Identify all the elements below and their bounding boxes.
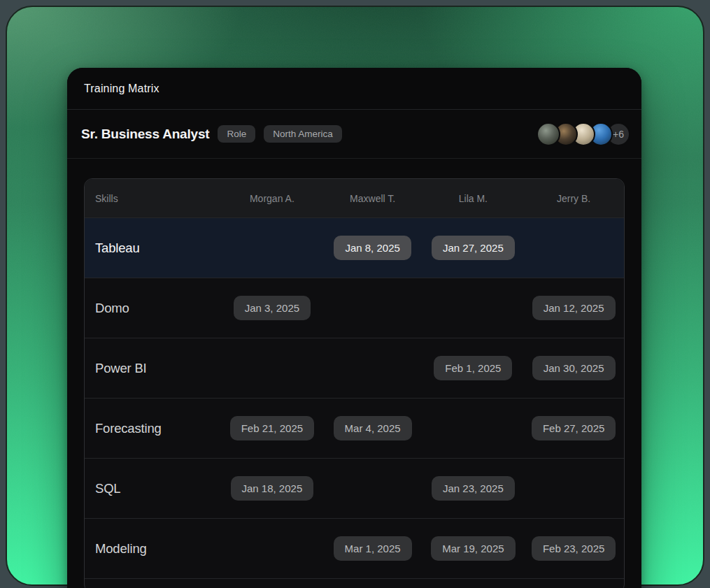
training-date-pill[interactable]: Jan 3, 2025 bbox=[234, 296, 311, 320]
table-header-row: Skills Morgan A. Maxwell T. Lila M. Jerr… bbox=[85, 179, 624, 217]
training-date-pill[interactable]: Jan 18, 2025 bbox=[231, 476, 314, 501]
region-tag[interactable]: North America bbox=[264, 125, 342, 143]
matrix-cell: Jan 23, 2025 bbox=[423, 476, 524, 501]
avatar-stack: +6 bbox=[537, 122, 630, 146]
table-row[interactable]: Forecasting Feb 21, 2025 Mar 4, 2025 Feb… bbox=[85, 398, 624, 458]
table-body: Tableau Jan 8, 2025 Jan 27, 2025 Domo Ja… bbox=[85, 217, 624, 578]
training-date-pill[interactable]: Jan 27, 2025 bbox=[432, 236, 515, 260]
matrix-cell: Jan 3, 2025 bbox=[222, 296, 322, 320]
matrix-cell: Jan 18, 2025 bbox=[222, 476, 322, 501]
matrix-cell: Feb 23, 2025 bbox=[523, 536, 624, 561]
training-date-pill[interactable]: Feb 23, 2025 bbox=[532, 536, 616, 561]
role-tag[interactable]: Role bbox=[218, 125, 255, 143]
table-wrap: Skills Morgan A. Maxwell T. Lila M. Jerr… bbox=[67, 159, 641, 588]
skill-label: Modeling bbox=[85, 541, 222, 557]
skill-label: Tableau bbox=[85, 241, 222, 256]
matrix-cell: Feb 1, 2025 bbox=[423, 356, 524, 380]
table-row[interactable]: Modeling Mar 1, 2025 Mar 19, 2025 Feb 23… bbox=[85, 518, 624, 578]
training-date-pill[interactable]: Jan 12, 2025 bbox=[532, 296, 616, 320]
skills-matrix-table: Skills Morgan A. Maxwell T. Lila M. Jerr… bbox=[84, 178, 625, 588]
training-date-pill[interactable]: Mar 1, 2025 bbox=[334, 536, 412, 561]
skill-label: Domo bbox=[85, 301, 222, 316]
window-titlebar: Training Matrix bbox=[67, 68, 641, 110]
table-row[interactable]: Domo Jan 3, 2025 Jan 12, 2025 bbox=[85, 278, 624, 338]
training-date-pill[interactable]: Jan 8, 2025 bbox=[334, 236, 411, 260]
column-header-maxwell: Maxwell T. bbox=[322, 193, 423, 204]
training-date-pill[interactable]: Jan 30, 2025 bbox=[532, 356, 616, 380]
role-title: Sr. Business Analyst bbox=[81, 127, 209, 142]
training-matrix-window: Training Matrix Sr. Business Analyst Rol… bbox=[67, 68, 641, 588]
matrix-cell: Feb 27, 2025 bbox=[523, 416, 624, 440]
matrix-cell: Jan 8, 2025 bbox=[322, 236, 423, 260]
column-header-jerry: Jerry B. bbox=[523, 193, 624, 204]
matrix-cell: Jan 12, 2025 bbox=[523, 296, 624, 320]
matrix-cell: Jan 27, 2025 bbox=[423, 236, 524, 260]
skill-label: SQL bbox=[85, 481, 222, 496]
column-header-morgan: Morgan A. bbox=[222, 193, 322, 204]
subheader: Sr. Business Analyst Role North America … bbox=[67, 110, 641, 159]
matrix-cell: Mar 1, 2025 bbox=[322, 536, 423, 561]
table-row-partial bbox=[85, 578, 624, 588]
column-header-skills: Skills bbox=[85, 193, 222, 204]
skill-label: Power BI bbox=[85, 361, 222, 376]
training-date-pill[interactable]: Jan 23, 2025 bbox=[432, 476, 515, 501]
table-row[interactable]: Tableau Jan 8, 2025 Jan 27, 2025 bbox=[85, 217, 624, 278]
training-date-pill[interactable]: Feb 21, 2025 bbox=[230, 416, 314, 440]
skill-label: Forecasting bbox=[85, 421, 222, 436]
avatar[interactable] bbox=[537, 122, 560, 146]
screen: Training Matrix Sr. Business Analyst Rol… bbox=[0, 0, 710, 588]
training-date-pill[interactable]: Mar 4, 2025 bbox=[334, 416, 412, 440]
training-date-pill[interactable]: Feb 27, 2025 bbox=[532, 416, 616, 440]
matrix-cell: Mar 19, 2025 bbox=[423, 536, 524, 561]
matrix-cell: Mar 4, 2025 bbox=[322, 416, 423, 440]
table-row[interactable]: SQL Jan 18, 2025 Jan 23, 2025 bbox=[85, 458, 624, 518]
matrix-cell: Feb 21, 2025 bbox=[222, 416, 322, 440]
matrix-cell: Jan 30, 2025 bbox=[523, 356, 624, 380]
column-header-lila: Lila M. bbox=[423, 193, 524, 204]
training-date-pill[interactable]: Feb 1, 2025 bbox=[434, 356, 512, 380]
table-row[interactable]: Power BI Feb 1, 2025 Jan 30, 2025 bbox=[85, 338, 624, 398]
training-date-pill[interactable]: Mar 19, 2025 bbox=[431, 536, 515, 561]
window-title: Training Matrix bbox=[84, 83, 159, 95]
